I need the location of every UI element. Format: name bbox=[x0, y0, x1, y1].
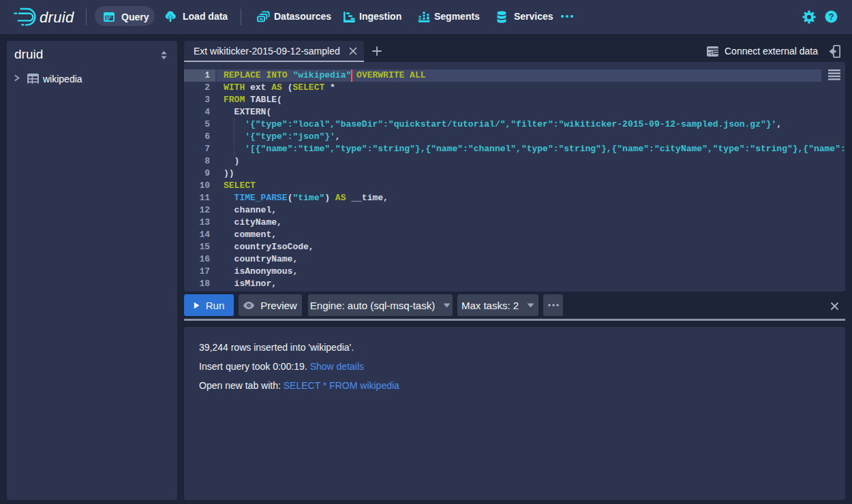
svg-text:?: ? bbox=[829, 12, 834, 22]
